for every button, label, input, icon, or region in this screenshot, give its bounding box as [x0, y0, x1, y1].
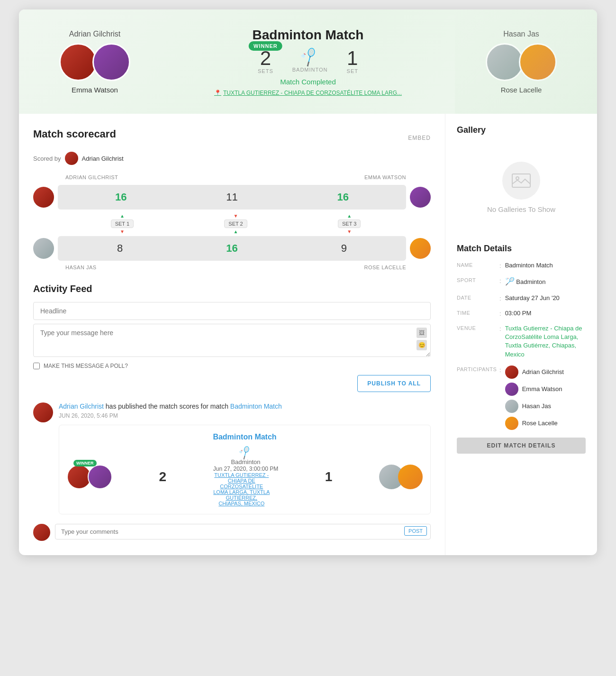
participant-1-name: Adrian Gilchrist — [522, 368, 564, 375]
detail-time: TIME : 03:00 PM — [457, 309, 586, 318]
feed-action: has published the match scores for match — [106, 402, 230, 410]
detail-venue-value[interactable]: Tuxtla Gutierrez - Chiapa de CorzoSatéli… — [505, 324, 586, 359]
detail-sport-value: 🏸 Badminton — [505, 276, 546, 287]
sport-name: Badminton — [292, 67, 328, 73]
team1-sets-label: SETS — [258, 68, 273, 74]
participant-2-name: Emma Watson — [522, 385, 562, 393]
team3-sc-label: HASAN JAS — [65, 265, 97, 270]
feed-match-link[interactable]: Badminton Match — [230, 402, 282, 410]
feed-time-1: JUN 26, 2020, 5:46 PM — [59, 412, 431, 419]
gallery-empty: No Galleries To Show — [457, 143, 586, 232]
feed-text-1: Adrian Gilchrist has published the match… — [59, 402, 431, 411]
participant-2-avatar — [505, 383, 518, 396]
sc-r2-s1: 8 — [117, 242, 123, 255]
message-textarea[interactable] — [33, 324, 431, 357]
player-names-bottom: HASAN JAS ROSE LACELLE — [33, 265, 431, 272]
match-card-title[interactable]: Badminton Match — [67, 433, 423, 441]
pin-icon: 📍 — [214, 90, 221, 96]
team2-score-block: 1 SET — [347, 48, 358, 74]
gallery-no-text: No Galleries To Show — [487, 205, 555, 213]
detail-date-value: Saturday 27 Jun '20 — [505, 294, 560, 302]
sc-r1-s1: 16 — [115, 191, 127, 203]
detail-participants-label: PARTICIPANTS — [457, 365, 499, 372]
participant-4: Rose Lacelle — [505, 417, 564, 430]
mc-venue[interactable]: TUXTLA GUTIERREZ - CHIAPA DE CORZOSATÉLI… — [213, 472, 270, 506]
publish-btn[interactable]: PUBLISH TO ALL — [357, 375, 431, 392]
sc-row1-scores: 16 11 16 — [58, 185, 406, 210]
team2-sets-label: SET — [347, 68, 358, 74]
set2-down-arrow: ▲ — [234, 229, 238, 234]
team1-sets: 2 — [260, 48, 271, 68]
feed-user-link[interactable]: Adrian Gilchrist — [59, 402, 104, 410]
scorecard-section: Match scorecard EMBED Scored by Adrian G… — [33, 128, 431, 272]
match-card-body: WINNER 2 🏸 Badminton Jun 27, 2020, 3:00:… — [67, 447, 423, 506]
match-header: Adrian Gilchrist Emma Watson Badminton M… — [19, 9, 597, 114]
set-badge-1: ▲ SET 1 ▼ — [111, 213, 134, 234]
feed-content-1: Adrian Gilchrist has published the match… — [59, 402, 431, 514]
detail-date-label: DATE — [457, 294, 499, 301]
message-area-wrapper: 🖼 😊 — [33, 324, 431, 359]
scorecard-title: Match scorecard — [33, 128, 116, 140]
team1-sc-label: ADRIAN GILCHRIST — [65, 174, 118, 180]
team2-avatars — [486, 43, 557, 81]
set-badge-2: ▼ SET 2 ▲ — [224, 213, 247, 234]
sc-player4-avatar — [410, 238, 431, 259]
mc-avatar-2 — [88, 465, 112, 489]
match-details-title: Match Details — [457, 244, 586, 254]
participant-3-name: Hasan Jas — [522, 402, 551, 410]
team1-avatars — [59, 43, 130, 81]
set3-down-arrow: ▼ — [347, 229, 352, 234]
edit-match-details-btn[interactable]: EDIT MATCH DETAILS — [457, 438, 586, 454]
winner-badge: WINNER — [249, 41, 282, 51]
image-icon[interactable]: 🖼 — [417, 328, 427, 338]
match-center: Badminton Match WINNER 2 SETS 🏸 Badminto… — [152, 27, 464, 96]
comment-input[interactable] — [55, 524, 431, 539]
comment-input-wrap: POST — [55, 524, 431, 539]
team1-top-name: Adrian Gilchrist — [69, 30, 120, 38]
sc-player1-avatar — [33, 187, 54, 208]
team2-player2-avatar — [519, 43, 557, 81]
venue-link[interactable]: 📍 TUXTLA GUTIERREZ - CHIAPA DE CORZOSATÉ… — [214, 90, 402, 96]
feed-avatar-1 — [33, 402, 53, 422]
detail-time-label: TIME — [457, 309, 499, 316]
emoji-icon[interactable]: 😊 — [417, 340, 427, 350]
detail-sport: SPORT : 🏸 Badminton — [457, 276, 586, 287]
svg-point-1 — [516, 177, 519, 180]
participant-3-avatar — [505, 400, 518, 413]
headline-input[interactable] — [33, 302, 431, 320]
message-icons: 🖼 😊 — [417, 328, 427, 350]
team1-score-block: WINNER 2 SETS — [258, 48, 273, 74]
mc-team1-score: 2 — [159, 469, 167, 484]
player-names-top: ADRIAN GILCHRIST EMMA WATSON — [33, 174, 431, 182]
detail-participants: PARTICIPANTS : Adrian Gilchrist Emma Wat… — [457, 365, 586, 430]
mc-team1: WINNER — [67, 465, 112, 489]
team-right: Hasan Jas Rose Lacelle — [464, 30, 578, 94]
svg-rect-0 — [512, 174, 530, 187]
participant-1-avatar — [505, 365, 518, 379]
sc-r1-s3: 16 — [337, 191, 349, 203]
team4-sc-label: ROSE LACELLE — [364, 265, 406, 270]
venue-text: TUXTLA GUTIERREZ - CHIAPA DE CORZOSATÉLI… — [223, 90, 402, 96]
mc-sport: Badminton — [213, 458, 278, 466]
app-container: Adrian Gilchrist Emma Watson Badminton M… — [19, 9, 597, 555]
detail-name-label: NAME — [457, 261, 499, 268]
comment-avatar — [33, 524, 50, 541]
embed-btn[interactable]: EMBED — [408, 135, 431, 141]
activity-title: Activity Feed — [33, 283, 431, 294]
right-panel: Gallery No Galleries To Show Match Detai… — [445, 114, 597, 555]
mc-team2-score: 1 — [325, 469, 333, 484]
detail-name-value: Badminton Match — [505, 261, 553, 270]
sc-r2-s3: 9 — [341, 242, 347, 255]
detail-venue-label: VENUE — [457, 324, 499, 331]
post-btn[interactable]: POST — [404, 526, 427, 536]
scorecard-row-2: 8 16 9 — [33, 236, 431, 261]
scored-by-label: Scored by — [33, 155, 61, 162]
gallery-title: Gallery — [457, 125, 586, 135]
match-card: Badminton Match WINNER 2 🏸 — [59, 425, 431, 514]
poll-checkbox[interactable] — [33, 363, 40, 369]
sc-row2-scores: 8 16 9 — [58, 236, 406, 261]
participants-list: Adrian Gilchrist Emma Watson Hasan Jas — [505, 365, 564, 430]
team1-player2-avatar — [92, 43, 130, 81]
gallery-placeholder-icon — [502, 162, 540, 200]
team1-player1-avatar — [59, 43, 97, 81]
